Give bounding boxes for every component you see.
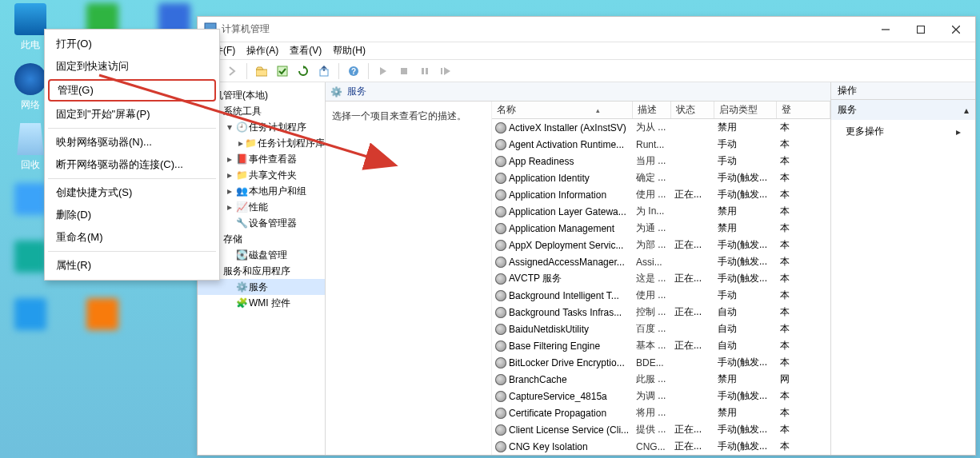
window-close-button[interactable] — [938, 18, 974, 41]
gear-icon: ⚙️ — [330, 86, 342, 98]
service-row[interactable]: Base Filtering Engine基本 ...正在...自动本 — [492, 337, 830, 354]
service-row[interactable]: Application Information使用 ...正在...手动(触发.… — [492, 186, 830, 203]
actions-more[interactable]: 更多操作 ▸ — [831, 120, 975, 143]
ctx-separator — [48, 251, 216, 252]
gear-icon — [495, 173, 506, 184]
service-logon: 本 — [777, 188, 830, 201]
actions-pane: 操作 服务 ▴ 更多操作 ▸ — [831, 82, 975, 455]
col-startup-type[interactable]: 启动类型 — [714, 102, 777, 118]
svg-rect-4 — [918, 26, 925, 33]
service-row[interactable]: Agent Activation Runtime...Runt...手动本 — [492, 136, 830, 153]
menu-action[interactable]: 操作(A) — [246, 44, 278, 58]
tree-wmi-control[interactable]: 🧩WMI 控件 — [198, 295, 325, 311]
ctx-separator — [48, 128, 216, 129]
service-row[interactable]: ActiveX Installer (AxInstSV)为从 ...禁用本 — [492, 119, 830, 136]
service-row[interactable]: CaptureService_4815a为调 ...手动(触发...本 — [492, 388, 830, 404]
menubar: 文件(F) 操作(A) 查看(V) 帮助(H) — [198, 42, 975, 60]
toolbar-help-button[interactable]: ? — [345, 62, 362, 80]
ctx-pin-start[interactable]: 固定到"开始"屏幕(P) — [45, 103, 219, 125]
toolbar-up-button[interactable] — [253, 62, 270, 80]
service-logon: 本 — [777, 389, 830, 403]
actions-subheader[interactable]: 服务 ▴ — [831, 100, 975, 120]
service-row[interactable]: Client License Service (Cli...提供 ...正在..… — [492, 421, 830, 438]
ctx-pin-quick-access[interactable]: 固定到快速访问 — [45, 55, 219, 78]
window-minimize-button[interactable] — [868, 18, 903, 41]
ctx-rename[interactable]: 重命名(M) — [45, 226, 219, 249]
actions-more-label: 更多操作 — [846, 125, 884, 138]
gear-icon — [495, 240, 506, 251]
service-logon: 本 — [777, 221, 830, 235]
ctx-map-drive[interactable]: 映射网络驱动器(N)... — [45, 131, 219, 153]
service-row[interactable]: Background Intelligent T...使用 ...手动本 — [492, 287, 830, 304]
service-row[interactable]: Application Identity确定 ...手动(触发...本 — [492, 169, 830, 186]
services-rows[interactable]: ActiveX Installer (AxInstSV)为从 ...禁用本Age… — [492, 119, 830, 455]
service-logon: 本 — [777, 255, 830, 269]
service-startup: 手动(触发... — [714, 272, 777, 285]
service-row[interactable]: Background Tasks Infras...控制 ...正在...自动本 — [492, 304, 830, 321]
service-logon: 本 — [777, 205, 830, 218]
service-row[interactable]: App Readiness当用 ...手动本 — [492, 153, 830, 169]
ctx-disconnect-drive[interactable]: 断开网络驱动器的连接(C)... — [45, 153, 219, 176]
ctx-create-shortcut[interactable]: 创建快捷方式(S) — [45, 181, 219, 204]
service-startup: 手动 — [714, 154, 777, 168]
service-row[interactable]: AVCTP 服务这是 ...正在...手动(触发...本 — [492, 270, 830, 287]
window-maximize-button[interactable] — [903, 18, 938, 41]
service-desc: 控制 ... — [633, 305, 671, 319]
service-desc: 基本 ... — [633, 339, 671, 352]
toolbar-view-button[interactable] — [274, 62, 291, 80]
service-state: 正在... — [671, 339, 714, 352]
service-row[interactable]: BranchCache此服 ...禁用网 — [492, 371, 830, 388]
service-state: 正在... — [671, 272, 714, 285]
service-row[interactable]: Application Management为通 ...禁用本 — [492, 220, 830, 237]
service-state: 正在... — [671, 305, 714, 319]
service-name: Background Intelligent T... — [509, 290, 619, 301]
service-row[interactable]: BitLocker Drive Encryptio...BDE...手动(触发.… — [492, 354, 830, 371]
service-row[interactable]: Certificate Propagation将用 ...禁用本 — [492, 404, 830, 421]
ctx-separator — [48, 178, 216, 179]
service-name: Application Management — [509, 223, 614, 234]
service-desc: BDE... — [633, 357, 671, 368]
service-row[interactable]: CNG Key IsolationCNG...正在...手动(触发...本 — [492, 438, 830, 455]
services-list: 名称▴ 描述 状态 启动类型 登 ActiveX Installer (AxIn… — [492, 102, 830, 455]
service-startup: 手动(触发... — [714, 440, 777, 453]
service-startup: 禁用 — [714, 121, 777, 134]
gear-icon — [495, 273, 506, 285]
service-startup: 手动(触发... — [714, 255, 777, 269]
service-name: Agent Activation Runtime... — [509, 139, 624, 150]
service-row[interactable]: Application Layer Gatewa...为 In...禁用本 — [492, 203, 830, 220]
services-pane-header: ⚙️ 服务 — [326, 82, 830, 102]
gear-icon — [495, 324, 506, 335]
service-row[interactable]: AppX Deployment Servic...为部 ...正在...手动(触… — [492, 237, 830, 253]
service-logon: 本 — [777, 121, 830, 134]
col-description[interactable]: 描述 — [633, 102, 671, 118]
svg-rect-12 — [401, 68, 407, 74]
service-desc: 当用 ... — [633, 154, 671, 168]
col-logon-as[interactable]: 登 — [777, 102, 830, 118]
ctx-delete[interactable]: 删除(D) — [45, 204, 219, 226]
service-row[interactable]: BaiduNetdiskUtility百度 ...自动本 — [492, 321, 830, 337]
svg-rect-7 — [256, 70, 267, 76]
ctx-open[interactable]: 打开(O) — [45, 33, 219, 55]
service-logon: 本 — [777, 339, 830, 352]
menu-help[interactable]: 帮助(H) — [333, 44, 366, 58]
service-name: Client License Service (Cli... — [509, 424, 629, 436]
desktop-icon-label: 网络 — [21, 98, 40, 112]
col-state[interactable]: 状态 — [671, 102, 714, 118]
service-desc: 此服 ... — [633, 372, 671, 386]
gear-icon — [495, 391, 506, 402]
service-name: Certificate Propagation — [509, 408, 606, 419]
service-logon: 本 — [777, 171, 830, 185]
ctx-manage[interactable]: 管理(G) — [48, 79, 216, 102]
service-state: 正在... — [671, 423, 714, 436]
service-desc: 将用 ... — [633, 406, 671, 420]
service-row[interactable]: AssignedAccessManager...Assi...手动(触发...本 — [492, 253, 830, 270]
service-startup: 自动 — [714, 305, 777, 319]
toolbar-refresh-button[interactable] — [294, 62, 312, 80]
toolbar-export-button[interactable] — [315, 62, 333, 80]
menu-view[interactable]: 查看(V) — [290, 44, 322, 58]
service-name: AssignedAccessManager... — [509, 257, 625, 268]
service-name: AppX Deployment Servic... — [509, 240, 623, 251]
tree-services[interactable]: ⚙️服务 — [198, 279, 325, 295]
col-name[interactable]: 名称▴ — [492, 102, 633, 118]
ctx-properties[interactable]: 属性(R) — [45, 254, 219, 277]
